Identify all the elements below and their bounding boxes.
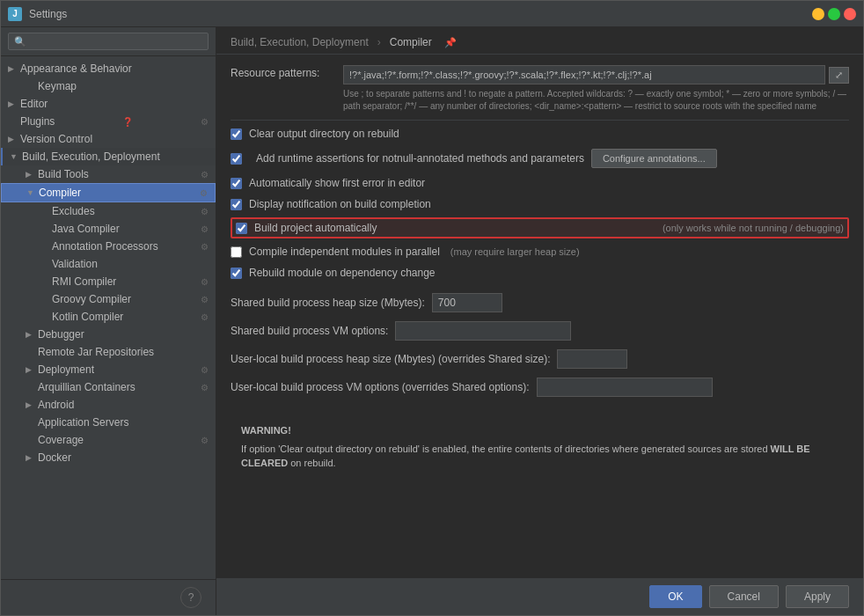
groovy-gear-icon: ⚙ (201, 295, 209, 304)
resource-expand-button[interactable]: ⤢ (829, 67, 849, 84)
help-button[interactable]: ? (180, 587, 201, 608)
sidebar-item-compiler[interactable]: ▼ Compiler ⚙ (1, 183, 216, 202)
configure-annotations-button[interactable]: Configure annotations... (591, 149, 717, 168)
vm-options-row: Shared build process VM options: (231, 321, 849, 341)
show-first-error-label: Automatically show first error in editor (249, 177, 425, 189)
sidebar-item-android[interactable]: ▶ Android (1, 396, 216, 414)
runtime-assertions-row: Add runtime assertions for notnull-annot… (231, 147, 849, 170)
sidebar-item-build-tools[interactable]: ▶ Build Tools ⚙ (1, 165, 216, 183)
expand-icon: ▶ (26, 453, 36, 462)
heap-size-label: Shared build process heap size (Mbytes): (231, 297, 425, 309)
clear-output-checkbox[interactable] (231, 128, 242, 140)
user-heap-label: User-local build process heap size (Mbyt… (231, 353, 550, 365)
expand-icon: ▼ (26, 188, 37, 197)
clear-output-row: Clear output directory on rebuild (231, 126, 849, 142)
maximize-button[interactable] (828, 8, 840, 20)
vm-options-input[interactable] (395, 321, 571, 341)
sidebar-item-label: RMI Compiler (52, 275, 116, 288)
user-heap-input[interactable] (557, 349, 627, 369)
sidebar-item-java-compiler[interactable]: Java Compiler ⚙ (1, 220, 216, 238)
sidebar-item-rmi-compiler[interactable]: RMI Compiler ⚙ (1, 273, 216, 290)
ok-button[interactable]: OK (649, 585, 701, 608)
sidebar-item-label: Validation (52, 258, 98, 270)
user-vm-row: User-local build process VM options (ove… (231, 378, 849, 397)
build-auto-note: (only works while not running / debuggin… (663, 223, 844, 233)
arquillian-gear-icon: ⚙ (201, 383, 209, 392)
warning-box: WARNING! If option 'Clear output directo… (231, 414, 849, 480)
sidebar-item-app-servers[interactable]: Application Servers (1, 414, 216, 431)
sidebar-item-label: Build, Execution, Deployment (22, 150, 160, 163)
sidebar-item-coverage[interactable]: Coverage ⚙ (1, 431, 216, 449)
expand-icon: ▶ (8, 135, 18, 143)
plugins-help-icon: ❓ (122, 117, 133, 127)
build-tools-gear-icon: ⚙ (201, 170, 209, 180)
clear-output-label: Clear output directory on rebuild (249, 128, 399, 140)
sidebar-item-label: Application Servers (38, 416, 128, 429)
sidebar-item-validation[interactable]: Validation (1, 255, 216, 273)
expand-icon: ▶ (26, 400, 36, 409)
compile-parallel-checkbox[interactable] (231, 246, 242, 258)
kotlin-gear-icon: ⚙ (201, 312, 209, 322)
close-button[interactable] (844, 8, 856, 20)
panel-header: Build, Execution, Deployment › Compiler … (216, 27, 863, 55)
sidebar-item-keymap[interactable]: Keymap (1, 77, 216, 95)
heap-size-input[interactable] (432, 293, 502, 312)
build-auto-label: Build project automatically (254, 222, 377, 234)
java-compiler-gear-icon: ⚙ (201, 224, 209, 234)
compiler-gear-icon: ⚙ (200, 188, 208, 198)
sidebar-item-plugins[interactable]: Plugins ❓ ⚙ (1, 113, 216, 130)
resource-hint: Use ; to separate patterns and ! to nega… (343, 88, 849, 113)
coverage-gear-icon: ⚙ (201, 436, 209, 445)
plugins-gear-icon: ⚙ (201, 117, 209, 127)
sidebar-item-build-exec[interactable]: ▼ Build, Execution, Deployment (1, 148, 216, 165)
cancel-button[interactable]: Cancel (709, 585, 779, 608)
build-auto-checkbox[interactable] (236, 223, 247, 234)
show-first-error-checkbox[interactable] (231, 178, 242, 189)
sidebar-item-label: Excludes (52, 205, 95, 217)
sidebar-item-excludes[interactable]: Excludes ⚙ (1, 202, 216, 220)
sidebar-item-editor[interactable]: ▶ Editor (1, 95, 216, 113)
sidebar-item-remote-jar[interactable]: Remote Jar Repositories (1, 343, 216, 361)
sidebar-bottom: ? (1, 579, 216, 615)
bottom-bar: OK Cancel Apply (216, 577, 863, 615)
sidebar-item-version-control[interactable]: ▶ Version Control (1, 130, 216, 148)
runtime-assertions-checkbox[interactable] (231, 153, 242, 165)
annotation-gear-icon: ⚙ (201, 242, 209, 252)
vm-options-label: Shared build process VM options: (231, 325, 388, 337)
deployment-gear-icon: ⚙ (201, 365, 209, 375)
sidebar-item-annotation-processors[interactable]: Annotation Processors ⚙ (1, 238, 216, 255)
excludes-gear-icon: ⚙ (201, 207, 209, 216)
sidebar-item-deployment[interactable]: ▶ Deployment ⚙ (1, 361, 216, 378)
sidebar-item-label: Plugins (20, 115, 55, 128)
sidebar-item-label: Compiler (39, 187, 81, 199)
user-vm-input[interactable] (537, 378, 713, 397)
minimize-button[interactable] (812, 8, 824, 20)
sidebar-item-label: Version Control (20, 133, 92, 145)
breadcrumb-parent: Build, Execution, Deployment (231, 36, 369, 48)
display-notification-checkbox[interactable] (231, 199, 242, 210)
warning-title: WARNING! (241, 423, 838, 438)
apply-button[interactable]: Apply (786, 585, 849, 608)
user-heap-row: User-local build process heap size (Mbyt… (231, 349, 849, 369)
sidebar-item-label: Annotation Processors (52, 240, 158, 253)
window-title: Settings (29, 8, 812, 20)
display-notification-label: Display notification on build completion (249, 198, 431, 210)
search-input[interactable] (8, 33, 209, 50)
sidebar-item-appearance[interactable]: ▶ Appearance & Behavior (1, 60, 216, 77)
expand-icon: ▶ (8, 99, 18, 108)
sidebar-item-docker[interactable]: ▶ Docker (1, 449, 216, 466)
resource-patterns-field: ⤢ Use ; to separate patterns and ! to ne… (343, 65, 849, 113)
expand-icon: ▶ (26, 365, 36, 374)
sidebar-item-arquillian[interactable]: Arquillian Containers ⚙ (1, 378, 216, 396)
sidebar-item-label: Appearance & Behavior (20, 62, 132, 75)
sidebar-item-groovy-compiler[interactable]: Groovy Compiler ⚙ (1, 290, 216, 308)
rebuild-module-checkbox[interactable] (231, 268, 242, 279)
sidebar-item-kotlin-compiler[interactable]: Kotlin Compiler ⚙ (1, 308, 216, 326)
main-content: ▶ Appearance & Behavior Keymap ▶ Editor … (1, 27, 863, 615)
sidebar-item-debugger[interactable]: ▶ Debugger (1, 326, 216, 343)
sidebar-item-label: Deployment (38, 363, 94, 376)
resource-patterns-input[interactable] (343, 65, 825, 84)
sidebar-item-label: Docker (38, 451, 71, 464)
sidebar-item-label: Build Tools (38, 168, 89, 180)
expand-icon: ▶ (8, 64, 18, 73)
